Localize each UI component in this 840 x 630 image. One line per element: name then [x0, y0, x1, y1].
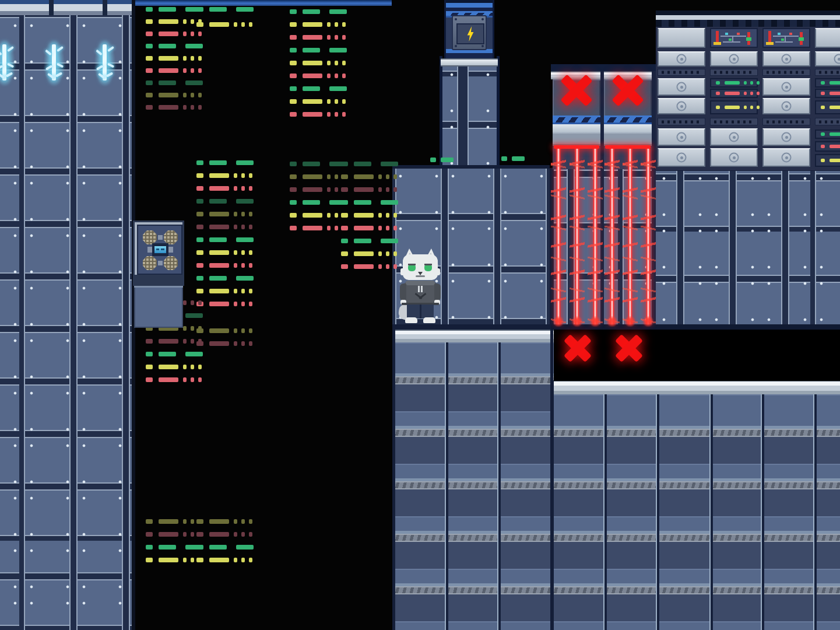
cat-eye-right	[424, 265, 432, 271]
cat-drawstring	[418, 286, 420, 292]
cat-player-character[interactable]	[400, 247, 441, 323]
cat-drawstring	[421, 286, 423, 292]
player-layer	[0, 0, 840, 630]
cat-mouth	[416, 275, 425, 277]
cat-cheek	[435, 268, 440, 275]
cat-arm-left	[400, 284, 406, 301]
cat-hood-collar	[406, 281, 435, 285]
cat-arm-right	[434, 284, 441, 301]
cat-foot-left	[405, 317, 417, 323]
cat-cheek	[400, 268, 405, 275]
game-viewport[interactable]	[0, 0, 840, 630]
cat-foot-right	[423, 317, 435, 323]
cat-pants-split	[420, 304, 421, 318]
cat-eye-left	[408, 265, 416, 271]
